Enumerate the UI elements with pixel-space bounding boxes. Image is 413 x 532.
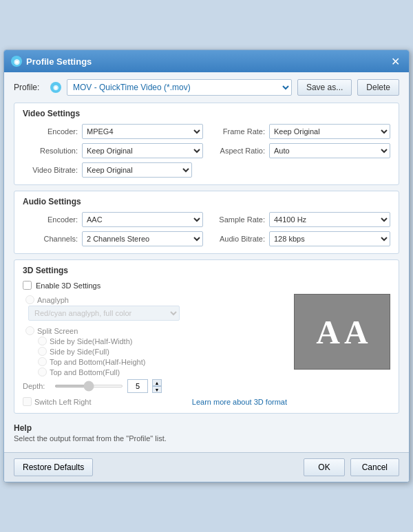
learn-more-link[interactable]: Learn more about 3D format: [192, 398, 287, 406]
audio-section-title: Audio Settings: [23, 197, 390, 206]
switch-left-right-label: Switch Left Right: [34, 398, 92, 406]
anaglyph-select-row: Red/cyan anaglyph, full color: [23, 306, 287, 325]
titlebar: ◉ Profile Settings ✕: [4, 50, 409, 72]
channels-label: Channels:: [23, 235, 78, 243]
side-by-side-full-row: Side by Side(Full): [23, 347, 287, 356]
depth-row: Depth: 5 ▲ ▼: [23, 379, 287, 393]
depth-up-button[interactable]: ▲: [152, 379, 162, 386]
sample-rate-select[interactable]: 44100 Hz: [269, 212, 390, 227]
split-screen-radio[interactable]: [25, 326, 34, 335]
video-bitrate-label: Video Bitrate:: [23, 166, 78, 174]
audio-encoder-label: Encoder:: [23, 215, 78, 224]
cancel-button[interactable]: Cancel: [350, 458, 399, 476]
video-section-title: Video Settings: [23, 109, 390, 118]
channels-select[interactable]: 2 Channels Stereo: [82, 231, 203, 246]
dialog-footer: Restore Defaults OK Cancel: [4, 452, 409, 482]
audio-bitrate-select[interactable]: 128 kbps: [269, 231, 390, 246]
resolution-select[interactable]: Keep Original: [82, 143, 203, 158]
sample-rate-row: Sample Rate: 44100 Hz: [210, 212, 390, 227]
side-by-side-full-radio[interactable]: [38, 347, 47, 356]
enable-3d-row: Enable 3D Settings: [23, 281, 390, 290]
preview-letter-2: A: [344, 313, 368, 351]
switch-row: Switch Left Right Learn more about 3D fo…: [23, 397, 287, 406]
dialog-title: Profile Settings: [26, 56, 92, 67]
help-section: Help Select the output format from the "…: [14, 419, 399, 445]
help-title: Help: [14, 423, 399, 433]
close-button[interactable]: ✕: [388, 54, 402, 68]
audio-bitrate-label: Audio Bitrate:: [210, 235, 265, 243]
encoder-select[interactable]: MPEG4: [82, 124, 203, 139]
top-bottom-full-radio[interactable]: [38, 368, 47, 376]
profile-row: Profile: ◉ MOV - QuickTime Video (*.mov)…: [14, 79, 399, 96]
top-bottom-half-radio[interactable]: [38, 357, 47, 366]
side-by-side-half-row: Side by Side(Half-Width): [23, 337, 287, 345]
switch-label: Switch Left Right: [23, 397, 92, 406]
anaglyph-radio[interactable]: [25, 295, 34, 304]
top-bottom-half-row: Top and Bottom(Half-Height): [23, 357, 287, 366]
video-bitrate-row: Video Bitrate: Keep Original: [23, 162, 390, 178]
video-settings-section: Video Settings Encoder: MPEG4 Frame Rate…: [14, 103, 399, 185]
encoder-row: Encoder: MPEG4: [23, 124, 203, 139]
titlebar-left: ◉ Profile Settings: [11, 56, 92, 67]
frame-rate-row: Frame Rate: Keep Original: [210, 124, 390, 139]
profile-label: Profile:: [14, 83, 45, 92]
split-screen-row: Split Screen: [23, 326, 287, 335]
top-bottom-half-label: Top and Bottom(Half-Height): [50, 358, 145, 366]
profile-select[interactable]: MOV - QuickTime Video (*.mov): [67, 79, 292, 96]
depth-spinner: ▲ ▼: [152, 379, 162, 393]
depth-down-button[interactable]: ▼: [152, 386, 162, 393]
3d-section-title: 3D Settings: [23, 266, 390, 275]
split-screen-label: Split Screen: [37, 327, 78, 335]
dialog-body: Profile: ◉ MOV - QuickTime Video (*.mov)…: [4, 72, 409, 452]
3d-settings-section: 3D Settings Enable 3D Settings Anaglyph …: [14, 259, 399, 414]
resolution-row: Resolution: Keep Original: [23, 143, 203, 158]
top-bottom-full-row: Top and Bottom(Full): [23, 368, 287, 376]
preview-letter-1: A: [316, 313, 340, 351]
3d-preview: A A: [294, 294, 390, 370]
ok-button[interactable]: OK: [304, 458, 344, 476]
side-by-side-full-label: Side by Side(Full): [50, 348, 109, 356]
depth-label: Depth:: [23, 382, 50, 390]
audio-settings-section: Audio Settings Encoder: AAC Sample Rate:…: [14, 191, 399, 254]
profile-settings-dialog: ◉ Profile Settings ✕ Profile: ◉ MOV - Qu…: [3, 50, 410, 482]
depth-value: 5: [127, 379, 148, 393]
audio-form-grid: Encoder: AAC Sample Rate: 44100 Hz Chann…: [23, 212, 390, 246]
video-bitrate-select[interactable]: Keep Original: [82, 162, 192, 178]
depth-slider[interactable]: [54, 385, 123, 387]
anaglyph-label: Anaglyph: [37, 296, 69, 304]
audio-encoder-select[interactable]: AAC: [82, 212, 203, 227]
3d-controls: Anaglyph Red/cyan anaglyph, full color S…: [23, 294, 287, 406]
encoder-label: Encoder:: [23, 127, 78, 136]
aspect-ratio-row: Aspect Ratio: Auto: [210, 143, 390, 158]
resolution-label: Resolution:: [23, 147, 78, 155]
enable-3d-label: Enable 3D Settings: [36, 281, 100, 290]
aspect-ratio-select[interactable]: Auto: [269, 143, 390, 158]
profile-icon: ◉: [50, 82, 61, 93]
audio-bitrate-row: Audio Bitrate: 128 kbps: [210, 231, 390, 246]
anaglyph-row: Anaglyph: [23, 295, 287, 304]
frame-rate-select[interactable]: Keep Original: [269, 124, 390, 139]
sample-rate-label: Sample Rate:: [210, 215, 265, 224]
footer-right: OK Cancel: [304, 458, 399, 476]
help-text: Select the output format from the "Profi…: [14, 434, 399, 443]
enable-3d-checkbox[interactable]: [23, 281, 32, 290]
audio-encoder-row: Encoder: AAC: [23, 212, 203, 227]
app-icon: ◉: [11, 56, 22, 67]
anaglyph-select[interactable]: Red/cyan anaglyph, full color: [28, 306, 180, 321]
top-bottom-full-label: Top and Bottom(Full): [50, 368, 120, 376]
channels-row: Channels: 2 Channels Stereo: [23, 231, 203, 246]
delete-button[interactable]: Delete: [357, 79, 399, 96]
save-as-button[interactable]: Save as...: [297, 79, 352, 96]
switch-left-right-checkbox[interactable]: [23, 397, 32, 406]
frame-rate-label: Frame Rate:: [210, 127, 265, 136]
restore-defaults-button[interactable]: Restore Defaults: [14, 458, 93, 476]
3d-bottom: Anaglyph Red/cyan anaglyph, full color S…: [23, 294, 390, 406]
aspect-ratio-label: Aspect Ratio:: [210, 147, 265, 155]
side-by-side-half-label: Side by Side(Half-Width): [50, 337, 132, 345]
video-form-grid: Encoder: MPEG4 Frame Rate: Keep Original…: [23, 124, 390, 178]
side-by-side-half-radio[interactable]: [38, 337, 47, 345]
